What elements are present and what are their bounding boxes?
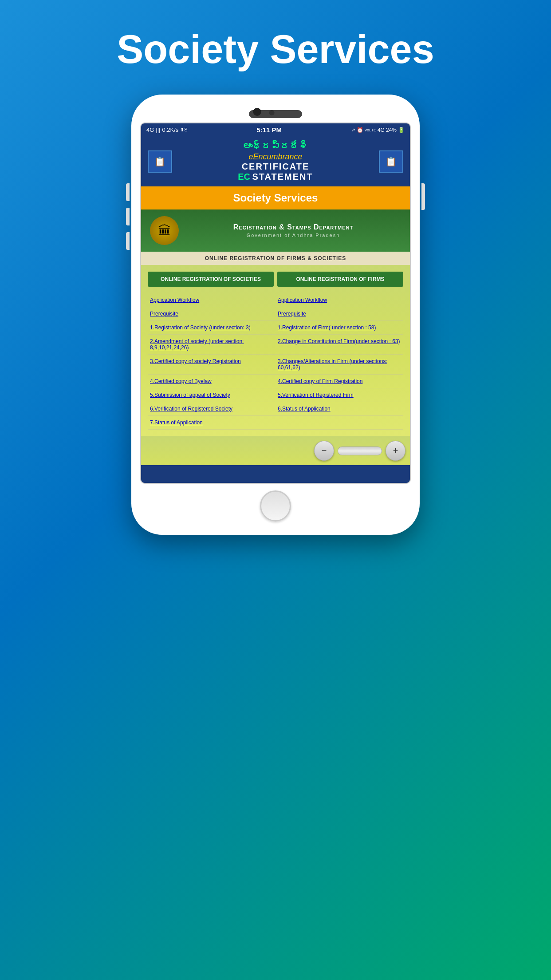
certified-copy-society-reg-link[interactable]: 3.Certified copy of society Registration	[148, 355, 276, 374]
certified-copy-firm-reg-link[interactable]: 4.Certified copy of Firm Registration	[276, 375, 403, 388]
prerequisite-firms-link[interactable]: Prerequisite	[276, 307, 403, 320]
col2-header[interactable]: ONLINE REGISTRATION OF FIRMS	[277, 272, 403, 287]
link-row-4: 2.Amendment of society (under section: 8…	[148, 335, 403, 355]
app-workflow-firms-link[interactable]: Application Workflow	[276, 293, 403, 307]
alarm-icon: ⏰	[357, 127, 363, 133]
link-row-9: 7.Status of Application	[148, 416, 403, 430]
front-camera	[253, 108, 261, 116]
zoom-bar: − +	[141, 436, 410, 465]
power-button[interactable]	[421, 183, 425, 210]
prerequisite-societies-link[interactable]: Prerequisite	[148, 307, 276, 320]
reg-society-link[interactable]: 1.Registration of Society (under section…	[148, 321, 276, 334]
orange-banner: Society Services	[141, 186, 410, 209]
dept-text: Registration & Stamps Department Governm…	[185, 223, 401, 238]
mute-button[interactable]	[126, 232, 130, 250]
signal-label: 4G	[146, 126, 154, 133]
amendment-society-link[interactable]: 2.Amendment of society (under section: 8…	[148, 335, 276, 354]
zoom-out-button[interactable]: −	[314, 441, 334, 461]
header-logo-icon: 📋	[148, 150, 172, 173]
dept-name-label: Registration & Stamps Department	[185, 223, 401, 231]
link-row-7: 5.Submission of appeal of Society 5.Veri…	[148, 388, 403, 402]
col1-header[interactable]: ONLINE REGISTRATION OF SOCIETIES	[148, 272, 274, 287]
status-left: 4G ||| 0.2K/s ⬆S	[146, 126, 188, 133]
bottom-bar	[141, 465, 410, 483]
phone-bottom	[140, 490, 411, 522]
empty-cell	[276, 416, 403, 429]
header-title: ఆంధ్రప్రదేశ్ eEncumbrance CERTIFICATE EC…	[172, 141, 379, 182]
verification-registered-firm-link[interactable]: 5.Verification of Registered Firm	[276, 388, 403, 402]
header-certificate-text: CERTIFICATE	[177, 162, 374, 172]
battery-label: 24%	[386, 127, 397, 133]
app-workflow-societies-link[interactable]: Application Workflow	[148, 293, 276, 307]
dept-banner: 🏛 Registration & Stamps Department Gover…	[141, 209, 410, 252]
volume-up-button[interactable]	[126, 183, 130, 201]
dept-sub-label: Government of Andhra Pradesh	[185, 233, 401, 238]
volume-down-button[interactable]	[126, 208, 130, 225]
zoom-in-button[interactable]: +	[386, 441, 405, 461]
page-title: Society Services	[117, 27, 434, 72]
header-ec-text: EC	[238, 172, 250, 182]
phone-frame: 4G ||| 0.2K/s ⬆S 5:11 PM ↗ ⏰ VoLTE 4G 24…	[131, 95, 420, 535]
phone-top	[140, 108, 411, 118]
link-row-5: 3.Certified copy of society Registration…	[148, 355, 403, 375]
status-time: 5:11 PM	[256, 126, 282, 134]
header-ec-statement-text: EC STATEMENT	[177, 172, 374, 182]
link-row-1: Application Workflow Application Workflo…	[148, 293, 403, 307]
status-application-societies-link[interactable]: 7.Status of Application	[148, 416, 276, 429]
reg-firm-link[interactable]: 1.Registration of Firm( under section : …	[276, 321, 403, 334]
zoom-slider[interactable]	[338, 447, 382, 455]
col-headers: ONLINE REGISTRATION OF SOCIETIES ONLINE …	[148, 272, 403, 287]
signal-arrow-icon: ↗	[351, 127, 355, 133]
phone-camera	[269, 110, 275, 115]
submission-appeal-society-link[interactable]: 5.Submission of appeal of Society	[148, 388, 276, 402]
4g-label: 4G	[378, 127, 385, 133]
volte-label: VoLTE	[365, 128, 376, 132]
status-right: ↗ ⏰ VoLTE 4G 24% 🔋	[351, 127, 405, 133]
certified-copy-byelaw-link[interactable]: 4.Certified copy of Byelaw	[148, 375, 276, 388]
verification-registered-society-link[interactable]: 6.Verification of Registered Society	[148, 402, 276, 415]
link-row-2: Prerequisite Prerequisite	[148, 307, 403, 321]
header-telugu-text: ఆంధ్రప్రదేశ్	[177, 141, 374, 152]
header-eencumbrance-text: eEncumbrance	[177, 152, 374, 162]
main-content: ONLINE REGISTRATION OF SOCIETIES ONLINE …	[141, 265, 410, 436]
change-constitution-firm-link[interactable]: 2.Change in Constitution of Firm(under s…	[276, 335, 403, 354]
status-bar: 4G ||| 0.2K/s ⬆S 5:11 PM ↗ ⏰ VoLTE 4G 24…	[141, 123, 410, 136]
app-header: 📋 ఆంధ్రప్రదేశ్ eEncumbrance CERTIFICATE …	[141, 136, 410, 186]
status-application-firms-link[interactable]: 6.Status of Application	[276, 402, 403, 415]
battery-icon: 🔋	[398, 127, 405, 133]
link-row-8: 6.Verification of Registered Society 6.S…	[148, 402, 403, 416]
usb-icon: ⬆S	[180, 127, 187, 133]
changes-alterations-firm-link[interactable]: 3.Changes/Alterations in Firm (under sec…	[276, 355, 403, 374]
header-statement-text: STATEMENT	[252, 172, 313, 182]
dept-seal-icon: 🏛	[150, 216, 179, 245]
data-speed-label: 0.2K/s	[162, 126, 178, 133]
link-row-6: 4.Certified copy of Byelaw 4.Certified c…	[148, 375, 403, 388]
home-button[interactable]	[260, 490, 291, 522]
online-reg-bar: ONLINE REGISTRATION OF FIRMS & SOCIETIES	[141, 252, 410, 265]
link-row-3: 1.Registration of Society (under section…	[148, 321, 403, 335]
header-right-icon: 📋	[379, 150, 403, 173]
signal-bars-icon: |||	[156, 126, 160, 133]
phone-screen: 4G ||| 0.2K/s ⬆S 5:11 PM ↗ ⏰ VoLTE 4G 24…	[140, 122, 411, 484]
